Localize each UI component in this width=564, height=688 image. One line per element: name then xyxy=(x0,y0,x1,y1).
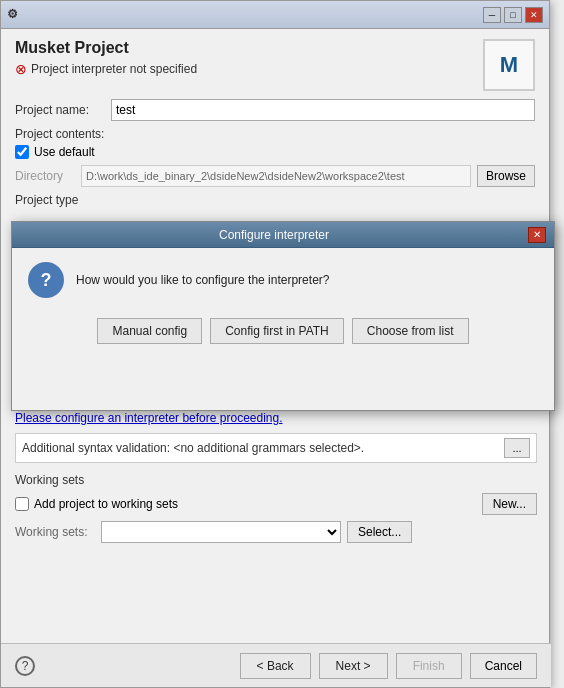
cancel-button[interactable]: Cancel xyxy=(470,653,537,679)
working-sets-row: Add project to working sets New... xyxy=(15,493,537,515)
browse-button[interactable]: Browse xyxy=(477,165,535,187)
configure-link[interactable]: Please configure an interpreter before p… xyxy=(15,411,537,425)
dialog-title-text: Configure interpreter xyxy=(20,228,528,242)
bottom-area: Please configure an interpreter before p… xyxy=(1,411,551,543)
project-logo: M xyxy=(483,39,535,91)
dialog-close-button[interactable]: ✕ xyxy=(528,227,546,243)
validation-row: Additional syntax validation: <no additi… xyxy=(15,433,537,463)
back-button[interactable]: < Back xyxy=(240,653,311,679)
error-row: ⊗ Project interpreter not specified xyxy=(15,61,197,77)
bottom-bar: ? < Back Next > Finish Cancel xyxy=(1,643,551,687)
dialog-question-text: How would you like to configure the inte… xyxy=(76,273,329,287)
error-icon: ⊗ xyxy=(15,61,27,77)
use-default-row: Use default xyxy=(15,145,535,159)
manual-config-button[interactable]: Manual config xyxy=(97,318,202,344)
project-header: Musket Project ⊗ Project interpreter not… xyxy=(15,39,535,91)
project-name-input[interactable] xyxy=(111,99,535,121)
choose-from-list-button[interactable]: Choose from list xyxy=(352,318,469,344)
working-sets-left: Add project to working sets xyxy=(15,497,178,511)
title-bar-buttons: ─ □ ✕ xyxy=(483,7,543,23)
working-sets-input-row: Working sets: Select... xyxy=(15,521,537,543)
select-working-set-button[interactable]: Select... xyxy=(347,521,412,543)
use-default-checkbox[interactable] xyxy=(15,145,29,159)
configure-interpreter-dialog: Configure interpreter ✕ ? How would you … xyxy=(11,221,555,411)
project-title: Musket Project xyxy=(15,39,197,57)
help-icon[interactable]: ? xyxy=(15,656,35,676)
directory-input[interactable] xyxy=(81,165,471,187)
minimize-button[interactable]: ─ xyxy=(483,7,501,23)
dialog-title-bar: Configure interpreter ✕ xyxy=(12,222,554,248)
config-first-in-path-button[interactable]: Config first in PATH xyxy=(210,318,344,344)
validation-text: Additional syntax validation: <no additi… xyxy=(22,441,364,455)
add-to-working-sets-checkbox[interactable] xyxy=(15,497,29,511)
working-sets-input-label: Working sets: xyxy=(15,525,95,539)
next-button[interactable]: Next > xyxy=(319,653,388,679)
main-window: ⚙ ─ □ ✕ Musket Project ⊗ Project interpr… xyxy=(0,0,550,688)
add-to-working-sets-label: Add project to working sets xyxy=(34,497,178,511)
project-title-section: Musket Project ⊗ Project interpreter not… xyxy=(15,39,197,77)
validation-button[interactable]: ... xyxy=(504,438,530,458)
new-working-set-button[interactable]: New... xyxy=(482,493,537,515)
directory-label: Directory xyxy=(15,169,75,183)
main-content: Musket Project ⊗ Project interpreter not… xyxy=(1,29,549,223)
maximize-button[interactable]: □ xyxy=(504,7,522,23)
working-sets-label: Working sets xyxy=(15,473,537,487)
question-icon: ? xyxy=(28,262,64,298)
error-text: Project interpreter not specified xyxy=(31,62,197,76)
project-name-label: Project name: xyxy=(15,103,105,117)
app-icon: ⚙ xyxy=(7,7,23,23)
finish-button[interactable]: Finish xyxy=(396,653,462,679)
dialog-body: ? How would you like to configure the in… xyxy=(12,248,554,358)
project-contents-label: Project contents: xyxy=(15,127,535,141)
project-type-label: Project type xyxy=(15,193,535,207)
working-sets-dropdown[interactable] xyxy=(101,521,341,543)
dialog-buttons: Manual config Config first in PATH Choos… xyxy=(28,318,538,344)
main-title-bar: ⚙ ─ □ ✕ xyxy=(1,1,549,29)
form-section: Project name: Project contents: Use defa… xyxy=(15,99,535,207)
use-default-label: Use default xyxy=(34,145,95,159)
main-close-button[interactable]: ✕ xyxy=(525,7,543,23)
project-name-row: Project name: xyxy=(15,99,535,121)
dialog-question-row: ? How would you like to configure the in… xyxy=(28,262,538,298)
directory-row: Directory Browse xyxy=(15,165,535,187)
